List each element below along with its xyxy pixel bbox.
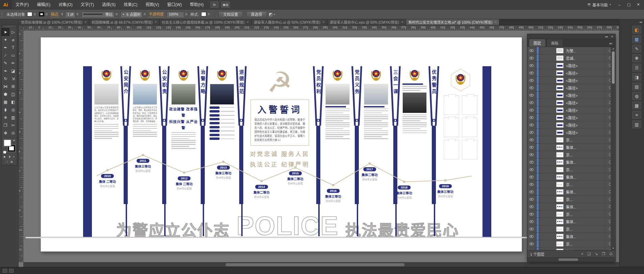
pencil-tool[interactable]: ✏	[9, 59, 17, 67]
close-icon[interactable]: ✕	[401, 21, 403, 24]
menu-item[interactable]: 文字(T)	[77, 0, 98, 9]
new-sublayer-icon[interactable]: ↘	[595, 252, 598, 256]
canvas-horizontal-scrollbar[interactable]	[23, 262, 619, 267]
visibility-toggle[interactable]	[527, 121, 536, 128]
none-button[interactable]: ⊘	[12, 155, 16, 158]
layer-row[interactable]: 集体...	[527, 203, 615, 210]
layer-row[interactable]: 集体...	[527, 158, 615, 166]
line-segment-tool[interactable]: ∕	[2, 51, 9, 59]
slice-tool[interactable]: ✄	[9, 121, 17, 129]
stroke-panel-icon[interactable]: ☰	[632, 64, 641, 72]
close-button[interactable]: ✕	[634, 1, 643, 8]
layer-row[interactable]: <路径>	[527, 129, 615, 136]
stroke-weight-label[interactable]: 描边:	[51, 11, 59, 17]
mesh-tool[interactable]: ▦	[2, 98, 9, 106]
layer-main[interactable]: 集体...	[540, 188, 605, 195]
visibility-toggle[interactable]	[527, 173, 536, 180]
panel-menu-icon[interactable]: ▾≡	[608, 42, 614, 47]
symbols-panel-icon[interactable]: ❋	[632, 54, 641, 62]
layer-row[interactable]: 集体...	[527, 173, 615, 181]
layer-row[interactable]: <路径>	[527, 69, 615, 77]
visibility-toggle[interactable]	[527, 136, 536, 143]
layer-main[interactable]: 集体...	[540, 248, 605, 250]
stroke-weight-value[interactable]: 1 pt	[65, 11, 75, 17]
rectangle-tool[interactable]: ▭	[9, 51, 17, 59]
artboard-tool[interactable]: ❐	[2, 121, 9, 129]
minimize-button[interactable]: –	[615, 1, 624, 8]
layer-row[interactable]: 集体...	[527, 218, 615, 225]
menu-item[interactable]: 视图(V)	[142, 0, 163, 9]
visibility-toggle[interactable]	[527, 181, 536, 188]
opacity-label[interactable]: 不透明度:	[149, 11, 165, 17]
arrange-documents-icon[interactable]: ▣▥	[221, 1, 230, 8]
layer-main[interactable]: 为警..	[540, 47, 605, 54]
layer-row[interactable]: 集体...	[527, 144, 615, 151]
layer-main[interactable]: <路径>	[540, 129, 605, 136]
ruler-origin-corner[interactable]	[19, 25, 23, 30]
scroll-down-icon[interactable]: ▼	[611, 247, 615, 249]
hand-tool[interactable]: ✥	[2, 129, 9, 137]
layer-main[interactable]: <路径>	[540, 99, 605, 106]
menu-item[interactable]: 对象(O)	[54, 0, 76, 9]
visibility-toggle[interactable]	[527, 210, 536, 218]
gradient-panel-icon[interactable]: ◨	[632, 73, 641, 81]
layer-row[interactable]: 京...	[527, 196, 615, 203]
menu-item[interactable]: 帮助(H)	[186, 0, 208, 9]
close-icon[interactable]: ✕	[495, 21, 497, 24]
layer-row[interactable]: <路径>	[527, 84, 615, 92]
brush-combo[interactable]: •5 点圆形 ▾	[121, 11, 147, 17]
stroke-weight-combo[interactable]: 1 pt ▾	[65, 11, 79, 17]
stroke-color-control[interactable]: ▾	[39, 12, 49, 17]
layer-row[interactable]: 京...	[527, 210, 615, 218]
blend-tool[interactable]: ◎	[9, 106, 17, 114]
document-tab[interactable]: 退役军人服务中心.ai @ 50% (CMYK/预览)✕	[251, 19, 327, 25]
document-tab[interactable]: 新时代公安文化墙顶天立地.ai* @ 100% (CMYK/预览)✕	[406, 19, 499, 25]
brushes-panel-icon[interactable]: ✎	[632, 45, 641, 53]
layer-main[interactable]: 集体...	[540, 203, 605, 210]
layer-row[interactable]: <路径>	[527, 121, 615, 129]
layer-main[interactable]: 京...	[540, 166, 605, 173]
perspective-grid-tool[interactable]: ◫	[9, 90, 17, 98]
maximize-button[interactable]: ▢	[624, 1, 633, 8]
screen-mode-button[interactable]: ⬓	[10, 159, 14, 163]
paintbrush-tool[interactable]: ✎	[2, 59, 9, 67]
visibility-toggle[interactable]	[527, 166, 536, 173]
layer-row[interactable]: 京...	[527, 225, 615, 233]
chevron-down-icon[interactable]: ▾	[143, 12, 147, 17]
graphic-styles-panel-icon[interactable]: ▩	[632, 101, 641, 109]
visibility-toggle[interactable]	[527, 248, 536, 250]
layer-main[interactable]: 集体...	[540, 233, 605, 240]
layer-row[interactable]: 集体...	[527, 188, 615, 196]
layer-main[interactable]: 集体...	[540, 218, 605, 225]
layer-row[interactable]: <路径>	[527, 92, 615, 99]
visibility-toggle[interactable]	[527, 196, 536, 203]
fill-swatch[interactable]	[27, 12, 32, 17]
document-setup-button[interactable]: 文档设置	[219, 11, 243, 18]
gradient-tool[interactable]: ◧	[9, 98, 17, 106]
layer-row[interactable]: 集体...	[527, 248, 615, 250]
close-panel-icon[interactable]: ✕	[611, 35, 613, 38]
make-clipping-mask-icon[interactable]: ❏	[587, 252, 591, 256]
column-graph-tool[interactable]: ▥	[9, 114, 17, 121]
visibility-toggle[interactable]	[527, 233, 536, 240]
scrollbar-thumb[interactable]	[559, 258, 578, 261]
layer-main[interactable]: 集体...	[540, 144, 605, 151]
free-transform-tool[interactable]: ⊞	[9, 82, 17, 90]
visibility-toggle[interactable]	[527, 240, 536, 247]
shape-builder-tool[interactable]: ⬟	[2, 90, 9, 98]
document-tab[interactable]: 校园楼梯模.ai @ 66.67% (CMYK/预览)✕	[89, 19, 159, 25]
menu-item[interactable]: 选择(S)	[98, 0, 120, 9]
layer-main[interactable]: 京...	[540, 136, 605, 143]
scroll-up-icon[interactable]: ▲	[611, 48, 615, 50]
blob-brush-tool[interactable]: ❧	[2, 67, 9, 75]
layer-main[interactable]: <路径>	[540, 62, 605, 69]
chevron-down-icon[interactable]: ▾	[33, 12, 37, 17]
layer-row[interactable]: 为警..	[527, 47, 615, 54]
artboard[interactable]: 公安局是公安机关的组织形式，是主管公安工作的政府下设职能部门。公安局按级别最常有…	[41, 37, 522, 252]
layer-main[interactable]: 京...	[540, 210, 605, 218]
visibility-toggle[interactable]	[527, 62, 536, 69]
menu-item[interactable]: 窗口(W)	[163, 0, 186, 9]
workspace-switcher[interactable]: ⬒ 基本功能 ▾	[584, 2, 614, 7]
bridge-icon[interactable]: Br	[210, 1, 219, 8]
opacity-value[interactable]: 100%	[167, 11, 184, 17]
